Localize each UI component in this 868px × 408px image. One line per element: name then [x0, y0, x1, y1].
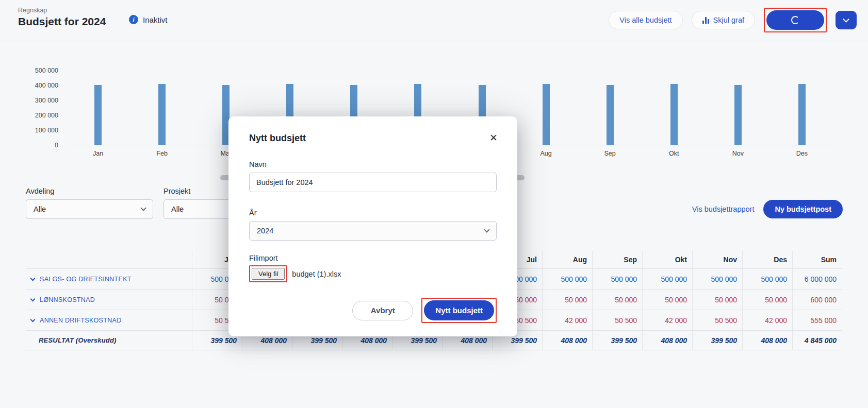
table-actions: Vis budsjettrapport Ny budsjettpost	[692, 200, 843, 218]
project-select-value: Alle	[171, 205, 184, 213]
chart-bar-group: Sep	[578, 71, 642, 145]
department-filter-label: Avdeling	[26, 187, 54, 195]
value-cell: 500 000	[592, 269, 642, 289]
chart-bar	[734, 85, 742, 145]
table-header-cell: Nov	[692, 251, 742, 268]
sum-cell: 6 000 000	[792, 269, 842, 289]
department-select[interactable]: Alle	[26, 199, 153, 219]
value-cell: 50 000	[742, 290, 792, 310]
row-name: ANNEN DRIFTSKOSTNAD	[40, 317, 122, 324]
value-cell: 50 500	[692, 310, 742, 330]
value-cell: 399 500	[692, 331, 742, 350]
chart-bar-group: Des	[770, 71, 834, 145]
value-cell: 408 000	[742, 331, 792, 350]
sum-cell: 555 000	[792, 310, 842, 330]
sum-cell: 600 000	[792, 290, 842, 310]
y-axis-label: 100 000	[0, 127, 58, 133]
chart-bar	[607, 85, 614, 145]
row-name: RESULTAT (Overskudd)	[39, 336, 117, 344]
value-cell: 500 000	[542, 269, 592, 289]
x-axis-label: Feb	[130, 150, 194, 157]
year-select-value: 2024	[257, 227, 273, 235]
top-bar: Regnskap Budsjett for 2024 i Inaktivt Vi…	[0, 0, 868, 41]
chevron-down-icon	[484, 227, 489, 232]
year-field-label: År	[249, 209, 497, 217]
chart-bar-group: Feb	[130, 71, 194, 145]
x-axis-label: Sep	[578, 150, 642, 157]
table-header-cell: Sep	[592, 251, 642, 268]
page-title: Budsjett for 2024	[18, 15, 106, 28]
y-axis-label: 500 000	[0, 67, 58, 74]
show-all-budgets-button[interactable]: Vis alle budsjett	[609, 11, 682, 29]
chart-bar	[798, 84, 806, 145]
x-axis-label: Aug	[514, 150, 578, 157]
loading-button[interactable]	[766, 10, 824, 30]
cancel-button[interactable]: Avbryt	[352, 301, 413, 320]
row-name: SALGS- OG DRIFTSINNTEKT	[40, 276, 132, 283]
value-cell: 42 000	[542, 310, 592, 330]
file-import-label: Filimport	[249, 254, 497, 262]
x-axis-label: Nov	[706, 150, 770, 157]
value-cell: 50 000	[542, 290, 592, 310]
budget-menu-dropdown-button[interactable]	[836, 11, 857, 29]
bar-chart-icon	[702, 17, 709, 24]
project-filter-label: Prosjekt	[163, 187, 190, 195]
year-select[interactable]: 2024	[249, 221, 497, 241]
annotation-highlight-submit: Nytt budsjett	[421, 298, 497, 323]
title-block: Regnskap Budsjett for 2024	[18, 7, 106, 28]
table-header-cell: Aug	[542, 251, 592, 268]
chart-bar	[670, 84, 678, 145]
modal-footer: Avbryt Nytt budsjett	[249, 298, 497, 323]
chart-bar-group: Nov	[706, 71, 770, 145]
chart-y-axis: 500 000400 000300 000200 000100 0000	[0, 67, 58, 148]
y-axis-label: 400 000	[0, 82, 58, 89]
submit-new-budget-button[interactable]: Nytt budsjett	[424, 300, 494, 320]
department-select-value: Alle	[34, 205, 46, 213]
chart-bar	[543, 84, 550, 145]
value-cell: 408 000	[542, 331, 592, 350]
file-import-row: Velg fil budget (1).xlsx	[249, 265, 497, 282]
modal-title: Nytt budsjett	[249, 133, 497, 144]
new-budget-post-button[interactable]: Ny budsjettpost	[763, 200, 843, 218]
chart-bar-group: Jan	[66, 71, 130, 145]
table-header-cell: Okt	[642, 251, 692, 268]
budget-report-link[interactable]: Vis budsjettrapport	[692, 205, 755, 213]
header-actions: Vis alle budsjett Skjul graf	[609, 8, 857, 32]
value-cell: 399 500	[592, 331, 642, 350]
budget-name-input[interactable]	[249, 173, 497, 192]
info-icon: i	[129, 15, 138, 24]
new-budget-modal: Nytt budsjett ✕ Navn År 2024 Filimport V…	[228, 116, 517, 336]
x-axis-label: Okt	[642, 150, 706, 157]
y-axis-label: 200 000	[0, 112, 58, 118]
chart-bar-group: Okt	[642, 71, 706, 145]
row-name-cell[interactable]: ANNEN DRIFTSKOSTNAD	[26, 310, 192, 330]
breadcrumb: Regnskap	[18, 7, 106, 14]
value-cell: 50 000	[692, 290, 742, 310]
y-axis-label: 300 000	[0, 97, 58, 104]
loading-spinner-icon	[791, 16, 799, 24]
row-name-cell[interactable]: SALGS- OG DRIFTSINNTEKT	[26, 269, 192, 289]
row-name-cell: RESULTAT (Overskudd)	[26, 331, 192, 350]
status-text: Inaktivt	[143, 15, 168, 24]
value-cell: 42 000	[742, 310, 792, 330]
selected-file-name: budget (1).xlsx	[292, 270, 341, 278]
value-cell: 42 000	[642, 310, 692, 330]
sum-cell: 4 845 000	[792, 331, 842, 350]
annotation-highlight-file: Velg fil	[249, 265, 287, 282]
y-axis-label: 0	[0, 142, 58, 148]
close-icon[interactable]: ✕	[489, 133, 498, 143]
page: Regnskap Budsjett for 2024 i Inaktivt Vi…	[0, 0, 868, 408]
value-cell: 500 000	[642, 269, 692, 289]
chevron-down-icon	[140, 205, 146, 211]
chevron-down-icon	[30, 276, 36, 281]
chart-bar-group: Aug	[514, 71, 578, 145]
value-cell: 500 000	[742, 269, 792, 289]
chevron-down-icon	[843, 16, 849, 23]
table-header-cell	[26, 251, 192, 268]
x-axis-label: Jan	[66, 150, 130, 157]
annotation-highlight-loading	[764, 8, 827, 32]
hide-graph-button[interactable]: Skjul graf	[692, 11, 755, 29]
choose-file-button[interactable]: Velg fil	[252, 268, 285, 280]
row-name-cell[interactable]: LØNNSKOSTNAD	[26, 290, 192, 310]
chart-bar	[94, 85, 102, 145]
